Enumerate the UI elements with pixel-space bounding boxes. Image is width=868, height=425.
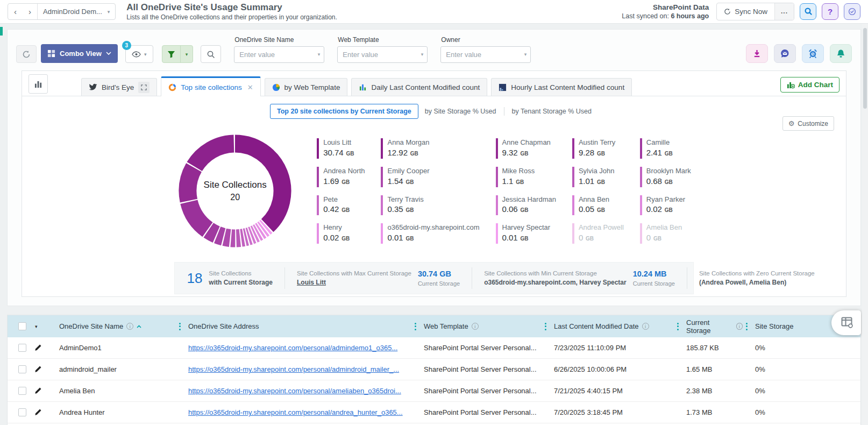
edit-pencil-icon[interactable] (34, 387, 42, 395)
legend-item[interactable]: Amelia Ben 0 GB (640, 223, 691, 244)
legend-item[interactable]: Sylvia John 1.01 GB (572, 167, 624, 187)
legend-item[interactable]: Austin Terry 9.28 GB (572, 138, 624, 159)
cell-web-template: SharePoint Portal Server Personal... (422, 408, 552, 416)
row-checkbox[interactable] (18, 344, 26, 352)
legend-item[interactable]: Henry 0.02 GB (317, 223, 365, 244)
web-template-input[interactable] (337, 46, 428, 63)
customize-button[interactable]: ⚙ Customize (782, 116, 834, 131)
scrollbar-thumb[interactable] (863, 28, 867, 109)
help-button[interactable]: ? (822, 3, 838, 20)
cell-site-address-link[interactable]: https://o365droid-my.sharepoint.com/pers… (188, 365, 399, 373)
subtab-site-storage-used[interactable]: by Site Storage % Used (418, 104, 503, 118)
info-icon[interactable]: i (472, 323, 479, 330)
export-download-button[interactable] (746, 44, 768, 63)
cell-site-address-link[interactable]: https://o365droid-my.sharepoint.com/pers… (188, 387, 401, 395)
tab-top-site-collections[interactable]: Top site collections ✕ (161, 76, 260, 96)
table-body: AdminDemo1 https://o365droid-my.sharepoi… (8, 337, 860, 423)
legend-item[interactable]: Harvey Spectar 0.01 GB (496, 223, 556, 244)
filter-options-button[interactable]: ▾ (180, 46, 193, 62)
row-checkbox[interactable] (18, 365, 26, 373)
feedback-button[interactable] (774, 44, 796, 63)
legend-item[interactable]: Terry Travis 0.35 GB (381, 195, 479, 216)
column-header-current-storage[interactable]: Current Storage i (684, 315, 753, 337)
close-icon[interactable]: ✕ (247, 83, 253, 91)
task-status-button[interactable] (844, 3, 860, 20)
sidebar-handle[interactable] (0, 27, 3, 36)
chart-list-button[interactable] (29, 74, 48, 94)
legend-name: Anna Morgan (387, 138, 479, 147)
column-visibility-button[interactable]: 3 ▾ (125, 45, 153, 63)
legend-item[interactable]: Anna Morgan 12.92 GB (381, 138, 479, 159)
view-switcher-button[interactable]: Combo View (41, 44, 118, 63)
alerts-button[interactable] (830, 44, 852, 63)
row-checkbox[interactable] (18, 408, 26, 416)
edit-pencil-icon[interactable] (34, 365, 42, 373)
column-header-site-address[interactable]: OneDrive Site Address (186, 315, 422, 337)
add-chart-button[interactable]: Add Chart (780, 77, 839, 93)
column-header-last-modified[interactable]: Last Content Modified Date i (552, 315, 684, 337)
legend-value: 2.41 (646, 148, 662, 157)
column-menu-icon[interactable] (746, 323, 748, 330)
expand-icon[interactable] (138, 82, 150, 93)
cell-site-address-link[interactable]: https://o365droid-my.sharepoint.com/pers… (188, 408, 403, 416)
cell-site-address-link[interactable]: https://o365droid-my.sharepoint.com/pers… (188, 344, 397, 352)
legend-item[interactable]: Louis Litt 30.74 GB (317, 138, 365, 159)
edit-pencil-icon[interactable] (34, 408, 42, 416)
donut-chart[interactable]: Site Collections 20 (177, 133, 293, 249)
info-icon[interactable]: i (126, 323, 133, 330)
add-chart-icon (787, 81, 795, 89)
legend-item[interactable]: Emily Cooper 1.54 GB (381, 167, 479, 187)
legend-item[interactable]: Andrea North 1.69 GB (317, 167, 365, 187)
column-menu-icon[interactable] (415, 323, 416, 330)
tab-hourly-last-content-modified[interactable]: Hourly Last Content Modified count (491, 78, 632, 96)
organization-selector[interactable]: AdminDroid Dem... ▾ (38, 4, 115, 19)
legend-item[interactable]: Ryan Parker 0.02 GB (640, 195, 691, 216)
legend-item[interactable]: Anne Chapman 9.32 GB (496, 138, 556, 159)
filter-button[interactable] (162, 46, 180, 62)
search-icon (207, 50, 215, 59)
more-options-button[interactable]: ... (774, 3, 794, 20)
legend-item[interactable]: Brooklyn Mark 0.68 GB (640, 167, 691, 187)
tab-birds-eye[interactable]: Bird's Eye (81, 78, 157, 96)
column-menu-icon[interactable] (179, 323, 181, 330)
column-menu-icon[interactable] (677, 323, 679, 330)
info-icon[interactable]: i (642, 323, 649, 330)
subtab-top20-current-storage[interactable]: Top 20 site collections by Current Stora… (270, 104, 418, 119)
filter-button-group: ▾ (162, 45, 194, 63)
forward-icon[interactable]: › (23, 4, 37, 19)
row-checkbox[interactable] (18, 387, 26, 395)
tab-label: by Web Template (284, 83, 340, 91)
edit-pencil-icon[interactable] (34, 344, 42, 352)
stat-max-name[interactable]: Louis Litt (297, 278, 411, 287)
scrollbar[interactable] (862, 24, 868, 425)
stat-max-current-storage: Site Collections with Max Current Storag… (284, 267, 472, 289)
legend-item[interactable]: Pete 0.42 GB (317, 195, 365, 216)
column-menu-icon[interactable] (545, 323, 546, 330)
select-all-checkbox[interactable] (18, 322, 26, 330)
legend-item[interactable]: Mike Ross 1.1 GB (496, 167, 556, 187)
sync-now-label: Sync Now (735, 8, 767, 16)
column-chooser-button[interactable] (831, 310, 861, 335)
legend-name: Andrea North (323, 167, 365, 176)
onedrive-site-name-input[interactable] (234, 46, 324, 63)
search-in-report-button[interactable] (201, 45, 221, 63)
owner-input[interactable] (440, 46, 531, 63)
legend-item[interactable]: Camille 2.41 GB (640, 138, 691, 159)
legend-item[interactable]: o365droid-my.sharepoint.com 0.01 GB (381, 223, 479, 244)
subtab-tenant-storage-used[interactable]: by Tenant Storage % Used (506, 104, 598, 118)
tab-daily-last-content-modified[interactable]: Daily Last Content Modified count (351, 78, 487, 96)
sync-now-button[interactable]: Sync Now (717, 3, 774, 20)
tab-by-web-template[interactable]: by Web Template (265, 78, 348, 96)
global-search-button[interactable] (800, 3, 816, 20)
legend-item[interactable]: Jessica Hardman 0.06 GB (496, 195, 556, 216)
legend-unit: GB (519, 151, 529, 157)
legend-item[interactable]: Anna Ben 0.05 GB (572, 195, 624, 216)
column-header-web-template[interactable]: Web Template i (422, 315, 552, 337)
info-icon[interactable]: i (736, 323, 743, 330)
schedule-button[interactable] (802, 44, 824, 63)
column-header-site-name[interactable]: OneDrive Site Name i (57, 315, 186, 337)
selection-menu-icon[interactable]: ▾ (35, 324, 38, 329)
back-icon[interactable]: ‹ (8, 4, 23, 19)
legend-item[interactable]: Andrea Powell 0 GB (572, 223, 624, 244)
refresh-report-button[interactable] (16, 45, 37, 63)
